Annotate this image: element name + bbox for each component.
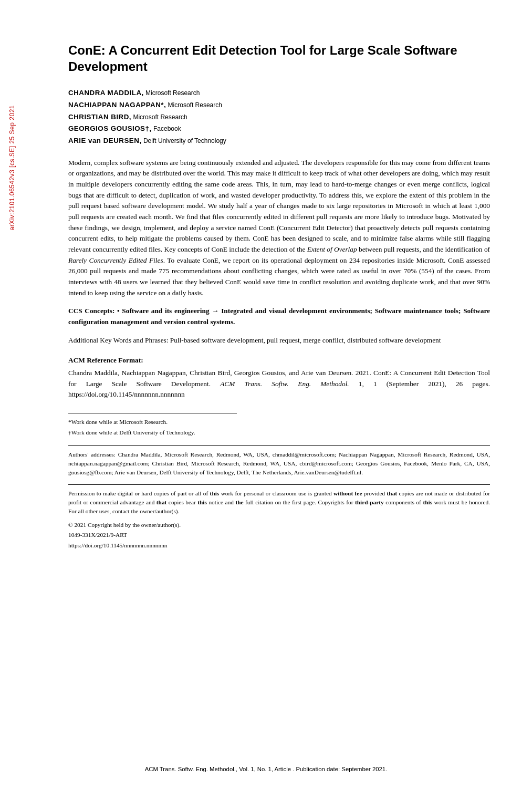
permission-text: Permission to make digital or hard copie… (68, 489, 490, 516)
authors-block: CHANDRA MADDILA, Microsoft Research NACH… (68, 87, 490, 147)
paper-title: ConE: A Concurrent Edit Detection Tool f… (68, 42, 490, 75)
author-4: GEORGIOS GOUSIOS†, Facebook (68, 123, 490, 135)
author-2-affil: Microsoft Research (168, 101, 222, 109)
author-5: ARIE van DEURSEN, Delft University of Te… (68, 135, 490, 147)
acm-ref-text: Chandra Maddila, Nachiappan Nagappan, Ch… (68, 368, 490, 400)
authors-addresses: Authors' addresses: Chandra Maddila, Mic… (68, 450, 490, 477)
author-1-name: CHANDRA MADDILA, (68, 89, 144, 97)
footnote-1: *Work done while at Microsoft Research. (68, 418, 490, 427)
abstract-text: Modern, complex software systems are bei… (68, 158, 490, 299)
acm-ref-heading: ACM Reference Format: (68, 356, 490, 365)
author-2: NACHIAPPAN NAGAPPAN*, Microsoft Research (68, 99, 490, 111)
doi-line: https://doi.org/10.1145/nnnnnnn.nnnnnnn (68, 541, 490, 551)
permission-divider (68, 484, 490, 485)
keywords-label: Additional Key Words and Phrases: (68, 336, 168, 344)
ccs-bold-text: • Software and its engineering → Integra… (68, 307, 490, 326)
author-3-name: CHRISTIAN BIRD, (68, 113, 131, 121)
author-1-affil: Microsoft Research (145, 89, 200, 97)
authors-addresses-divider (68, 445, 490, 446)
author-4-affil: Facebook (153, 125, 181, 132)
author-5-name: ARIE van DEURSEN, (68, 137, 142, 144)
author-5-affil: Delft University of Technology (143, 137, 226, 144)
acm-ref-journal: ACM Trans. Softw. Eng. Methodol. (220, 380, 349, 388)
author-1: CHANDRA MADDILA, Microsoft Research (68, 87, 490, 99)
arxiv-label: arXiv:2101.06542v3 [cs.SE] 25 Sep 2021 (8, 105, 16, 231)
page-footer: ACM Trans. Softw. Eng. Methodol., Vol. 1… (0, 766, 532, 772)
keywords-block: Additional Key Words and Phrases: Pull-b… (68, 335, 490, 346)
bottom-info: © 2021 Copyright held by the owner/autho… (68, 520, 490, 551)
keywords-values: Pull-based software development, pull re… (170, 336, 441, 344)
issn-line: 1049-331X/2021/9-ART (68, 530, 490, 540)
ccs-prefix: CCS Concepts: (68, 307, 114, 315)
ccs-concepts: CCS Concepts: • Software and its enginee… (68, 306, 490, 327)
author-2-name: NACHIAPPAN NAGAPPAN*, (68, 101, 166, 109)
author-3-affil: Microsoft Research (133, 113, 187, 121)
author-3: CHRISTIAN BIRD, Microsoft Research (68, 111, 490, 123)
copyright-line: © 2021 Copyright held by the owner/autho… (68, 520, 490, 530)
author-4-name: GEORGIOS GOUSIOS†, (68, 125, 152, 132)
footnote-divider (68, 413, 237, 413)
footnote-2: †Work done while at Delft University of … (68, 428, 490, 437)
